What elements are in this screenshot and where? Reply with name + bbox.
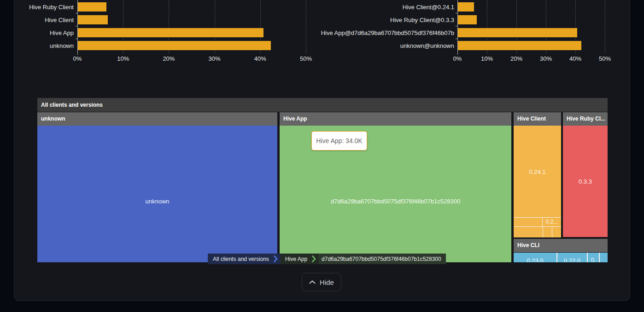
treemap-header-hive-client[interactable]: Hive Client <box>514 112 561 126</box>
y-axis-label: Hive App@d7d6a29ba6707bbd5075df376f46b07… <box>321 29 454 36</box>
clients-versions-bar-chart: 0%10%20%30%40%50%Hive Client@0.24.1Hive … <box>0 0 644 64</box>
bar[interactable] <box>458 28 577 37</box>
y-axis-label: Hive Client@0.24.1 <box>403 4 454 11</box>
treemap-header-hive-ruby-client[interactable]: Hive Ruby Cl... <box>563 112 608 126</box>
treemap-header-unknown[interactable]: unknown <box>37 112 277 126</box>
x-tick-label: 40% <box>569 55 581 62</box>
chevron-up-icon <box>309 280 316 284</box>
treemap-block-hive-client-sub[interactable]: 0.2... <box>543 218 561 226</box>
treemap-header-hive-app[interactable]: Hive App <box>280 112 511 126</box>
y-axis-tick <box>456 13 457 13</box>
y-axis-label: Hive Ruby Client@0.3.3 <box>390 17 454 23</box>
chevron-right-icon <box>271 254 281 264</box>
treemap-block-hive-cli-version[interactable]: 0.23.0 <box>514 253 556 262</box>
hide-button[interactable]: Hide <box>302 273 341 291</box>
treemap-header-hive-cli[interactable]: Hive CLI <box>514 239 608 252</box>
bar[interactable] <box>458 2 474 12</box>
treemap-block-label-hive-ruby: 0.3.3 <box>563 178 608 185</box>
treemap-block-label-unknown: unknown <box>37 198 277 205</box>
breadcrumb-item-root[interactable]: All clients and versions <box>208 254 271 264</box>
treemap-block-label: 0.22.0 <box>557 257 587 262</box>
treemap: All clients and versions unknown unknown… <box>37 98 608 262</box>
treemap-tooltip: Hive App: 34.0K <box>311 131 367 150</box>
treemap-block-unknown[interactable] <box>37 126 277 262</box>
breadcrumb-item-hash[interactable]: d7d6a29ba6707bbd5075df376f46b07b1c528300 <box>319 254 446 264</box>
treemap-block-hive-client-0-24-1[interactable]: 0.24.1 <box>514 126 561 217</box>
treemap-block-label: 0.24.1 <box>514 168 561 175</box>
treemap-root-header[interactable]: All clients and versions <box>37 98 608 112</box>
x-tick-label: 30% <box>540 55 552 62</box>
y-axis-label: unknown@unknown <box>400 42 454 49</box>
x-tick-label: 50% <box>599 55 611 62</box>
x-tick-label: 0% <box>453 55 462 62</box>
treemap-block-hive-client-sub[interactable] <box>543 227 552 237</box>
chevron-right-icon <box>309 254 319 264</box>
bar[interactable] <box>458 41 581 50</box>
breadcrumb-item-hive-app[interactable]: Hive App <box>281 254 309 264</box>
y-axis-tick <box>456 39 457 39</box>
x-tick-label: 10% <box>481 55 493 62</box>
treemap-block-hive-client-sub[interactable] <box>514 227 543 237</box>
y-axis-tick <box>456 26 457 26</box>
treemap-block-hive-client-sub[interactable] <box>514 218 542 226</box>
x-tick-label: 20% <box>510 55 522 62</box>
treemap-block-label: 0.23.0 <box>514 257 556 262</box>
gridline <box>605 0 605 53</box>
hide-button-label: Hide <box>320 278 334 286</box>
treemap-block-label: 0. <box>588 256 599 262</box>
treemap-block-label: 0.2... <box>543 219 561 225</box>
treemap-block-hive-cli-version[interactable]: 0. <box>588 253 599 262</box>
dashboard-page: 0%10%20%30%40%50%Hive Ruby ClientHive Cl… <box>0 0 644 312</box>
treemap-block-hive-cli-version[interactable] <box>600 253 608 262</box>
bar[interactable] <box>458 15 477 24</box>
breadcrumb: All clients and versions Hive App d7d6a2… <box>208 254 446 264</box>
treemap-block-label-hive-app: d7d6a29ba6707bbd5075df376f46b07b1c528300 <box>280 198 511 205</box>
treemap-block-hive-client-sub[interactable] <box>552 227 561 237</box>
treemap-block-hive-cli-version[interactable]: 0.22.0 <box>557 253 587 262</box>
tooltip-text: Hive App: 34.0K <box>316 137 362 144</box>
